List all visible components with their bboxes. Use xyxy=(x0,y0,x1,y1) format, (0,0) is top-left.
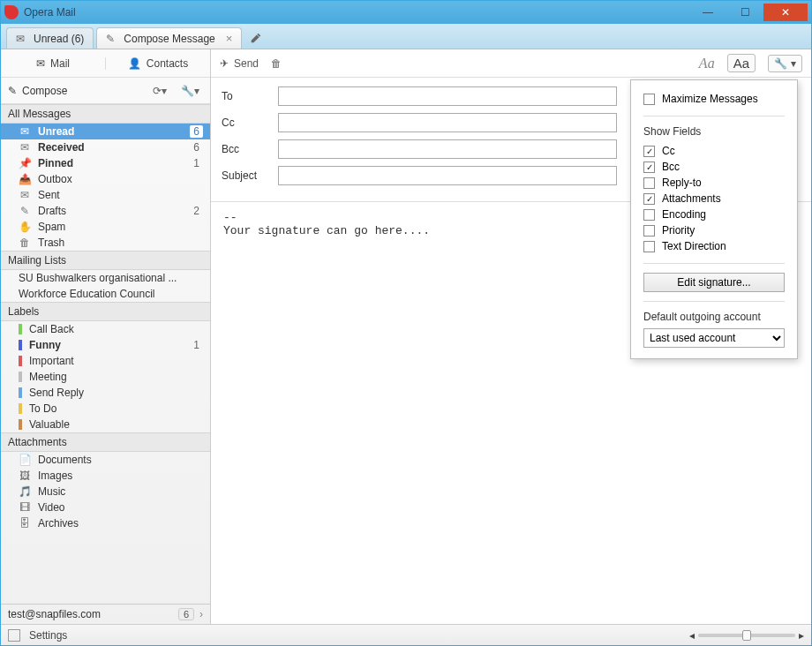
checkbox-icon[interactable] xyxy=(643,146,655,157)
subject-input[interactable] xyxy=(278,166,617,185)
label-color-icon xyxy=(19,403,22,414)
label-sendreply[interactable]: Send Reply xyxy=(1,385,210,401)
checkbox-icon[interactable] xyxy=(643,193,655,205)
zoom-slider[interactable]: ◂ ▸ xyxy=(689,629,804,642)
folder-pinned[interactable]: 📌 Pinned 1 xyxy=(1,155,210,171)
sent-icon: ✉ xyxy=(19,189,31,201)
video-icon: 🎞 xyxy=(19,501,31,514)
chevron-left-icon[interactable]: ◂ xyxy=(689,629,695,642)
tab-close-icon[interactable]: × xyxy=(226,32,233,45)
mailing-list-item[interactable]: SU Bushwalkers organisational ... xyxy=(1,270,210,286)
attach-documents[interactable]: 📄 Documents xyxy=(1,452,210,468)
titlebar: Opera Mail — ☐ ✕ xyxy=(1,1,811,24)
label-valuable[interactable]: Valuable xyxy=(1,417,210,432)
zoom-track[interactable] xyxy=(698,634,795,637)
tab-unread[interactable]: ✉ Unread (6) xyxy=(6,27,94,49)
maximize-messages-option[interactable]: Maximize Messages xyxy=(643,91,785,107)
maximize-button[interactable]: ☐ xyxy=(726,4,763,21)
image-icon: 🖼 xyxy=(19,469,31,482)
sidebar: ✉ Mail 👤 Contacts ✎ Compose ⟳▾ 🔧▾ All Me… xyxy=(1,49,211,624)
bcc-input[interactable] xyxy=(278,139,617,159)
showfield-cc[interactable]: Cc xyxy=(643,143,785,159)
showfield-bcc[interactable]: Bcc xyxy=(643,159,785,175)
showfield-encoding[interactable]: Encoding xyxy=(643,207,785,222)
tab-compose[interactable]: ✎ Compose Message × xyxy=(96,27,242,49)
default-account-heading: Default outgoing account xyxy=(643,311,785,323)
minimize-button[interactable]: — xyxy=(689,4,726,21)
section-labels[interactable]: Labels xyxy=(1,302,210,321)
show-fields-heading: Show Fields xyxy=(643,125,785,138)
tab-compose-label: Compose Message xyxy=(124,33,214,45)
cc-label: Cc xyxy=(222,116,269,129)
checkbox-icon[interactable] xyxy=(643,225,655,237)
close-button[interactable]: ✕ xyxy=(763,4,808,21)
bcc-label: Bcc xyxy=(222,143,269,155)
default-account-select[interactable]: Last used account xyxy=(643,328,785,348)
showfield-textdir[interactable]: Text Direction xyxy=(643,238,785,254)
refresh-button[interactable]: ⟳▾ xyxy=(149,85,170,97)
mailing-list-item[interactable]: Workforce Education Council xyxy=(1,286,210,302)
folder-sent[interactable]: ✉ Sent xyxy=(1,187,210,203)
mail-view-button[interactable]: ✉ Mail xyxy=(1,57,106,70)
delete-button[interactable]: 🗑 xyxy=(271,57,282,70)
showfield-priority[interactable]: Priority xyxy=(643,222,785,238)
folder-received[interactable]: ✉ Received 6 xyxy=(1,139,210,155)
font-style-button[interactable]: Aa xyxy=(699,56,715,71)
folder-unread[interactable]: ✉ Unread 6 xyxy=(1,124,210,139)
folder-trash[interactable]: 🗑 Trash xyxy=(1,235,210,251)
panel-toggle-icon[interactable] xyxy=(8,629,20,642)
outbox-icon: 📤 xyxy=(19,173,31,185)
folder-drafts[interactable]: ✎ Drafts 2 xyxy=(1,203,210,219)
compose-icon: ✎ xyxy=(8,85,17,97)
section-attachments[interactable]: Attachments xyxy=(1,432,210,452)
statusbar: Settings ◂ ▸ xyxy=(1,624,811,645)
settings-wrench-button[interactable]: 🔧▾ xyxy=(177,85,203,97)
font-size-button[interactable]: Aa xyxy=(727,54,756,72)
attach-archives[interactable]: 🗄 Archives xyxy=(1,515,210,531)
checkbox-icon[interactable] xyxy=(643,241,655,252)
section-all-messages[interactable]: All Messages xyxy=(1,104,210,124)
new-compose-button[interactable] xyxy=(244,27,267,49)
attach-video[interactable]: 🎞 Video xyxy=(1,500,210,515)
subject-label: Subject xyxy=(222,169,269,182)
to-input[interactable] xyxy=(278,86,617,106)
compose-options-button[interactable]: 🔧 ▾ xyxy=(768,55,802,72)
account-row[interactable]: test@snapfiles.com 6 › xyxy=(1,604,210,624)
checkbox-icon[interactable] xyxy=(643,177,655,189)
edit-signature-button[interactable]: Edit signature... xyxy=(643,273,785,292)
compose-button[interactable]: ✎ Compose xyxy=(8,85,142,97)
cc-input[interactable] xyxy=(278,113,617,132)
label-todo[interactable]: To Do xyxy=(1,401,210,417)
contacts-view-button[interactable]: 👤 Contacts xyxy=(106,57,210,70)
zoom-thumb[interactable] xyxy=(742,630,751,641)
compose-toolbar: ✈ Send 🗑 Aa Aa 🔧 ▾ xyxy=(211,49,811,78)
label-meeting[interactable]: Meeting xyxy=(1,369,210,385)
send-button[interactable]: ✈ Send xyxy=(220,57,259,70)
checkbox-icon[interactable] xyxy=(643,209,655,221)
checkbox-icon[interactable] xyxy=(643,162,655,173)
to-label: To xyxy=(222,90,269,102)
tabbar: ✉ Unread (6) ✎ Compose Message × xyxy=(1,24,811,49)
folder-spam[interactable]: ✋ Spam xyxy=(1,219,210,235)
person-icon: 👤 xyxy=(128,57,141,70)
showfield-replyto[interactable]: Reply-to xyxy=(643,175,785,191)
mail-label: Mail xyxy=(50,57,70,70)
showfield-attachments[interactable]: Attachments xyxy=(643,191,785,207)
inbox-icon: ✉ xyxy=(19,141,31,154)
folder-outbox[interactable]: 📤 Outbox xyxy=(1,171,210,187)
label-callback[interactable]: Call Back xyxy=(1,321,210,337)
attach-music[interactable]: 🎵 Music xyxy=(1,484,210,500)
label-important[interactable]: Important xyxy=(1,353,210,369)
trash-icon: 🗑 xyxy=(19,237,31,249)
label-color-icon xyxy=(19,324,22,334)
section-mailing-lists[interactable]: Mailing Lists xyxy=(1,251,210,270)
wrench-icon: 🔧 xyxy=(774,57,787,70)
settings-link[interactable]: Settings xyxy=(29,629,67,642)
checkbox-icon[interactable] xyxy=(643,94,655,105)
chevron-right-icon[interactable]: ▸ xyxy=(799,629,804,642)
attach-images[interactable]: 🖼 Images xyxy=(1,468,210,484)
spam-icon: ✋ xyxy=(19,221,31,233)
chevron-down-icon: ▾ xyxy=(791,57,796,70)
label-funny[interactable]: Funny 1 xyxy=(1,337,210,353)
envelope-icon: ✉ xyxy=(16,33,28,45)
